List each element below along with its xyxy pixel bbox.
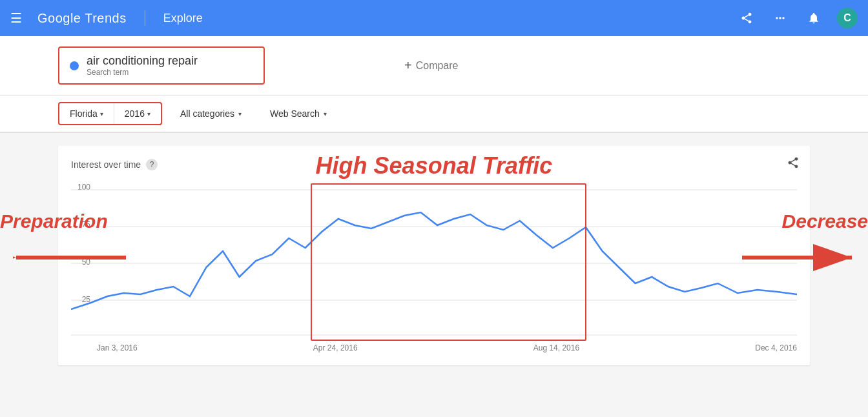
region-label: Florida (70, 108, 98, 119)
header-section: Explore (163, 12, 203, 25)
annotation-decrease: Decrease (782, 210, 868, 232)
header: ☰ Google Trends Explore C (0, 0, 868, 36)
menu-icon[interactable]: ☰ (10, 10, 22, 26)
category-arrow-icon: ▾ (238, 110, 242, 117)
category-label: All categories (180, 108, 234, 119)
search-area: air conditioning repair Search term + Co… (0, 36, 868, 96)
search-term-text: air conditioning repair Search term (87, 54, 198, 77)
annotation-preparation: Preparation (0, 210, 108, 232)
header-icons: C (736, 8, 858, 28)
annotation-high-seasonal: High Seasonal Traffic (316, 152, 553, 179)
year-filter[interactable]: 2016 ▾ (114, 103, 161, 124)
header-divider (145, 10, 145, 26)
filters-area: Florida ▾ 2016 ▾ All categories ▾ Web Se… (0, 96, 868, 133)
region-year-filter-box: Florida ▾ 2016 ▾ (58, 102, 162, 125)
compare-label: Compare (416, 60, 459, 72)
search-term-dot (70, 61, 79, 70)
search-term-box[interactable]: air conditioning repair Search term (58, 46, 265, 85)
year-arrow-icon: ▾ (147, 110, 150, 117)
chart-help-icon[interactable]: ? (146, 159, 158, 170)
year-label: 2016 (125, 108, 145, 119)
share-icon[interactable] (736, 8, 757, 28)
search-term-type: Search term (87, 68, 198, 77)
user-avatar[interactable]: C (837, 8, 858, 28)
x-label-jan: Jan 3, 2016 (97, 343, 138, 352)
search-type-label: Web Search (270, 108, 320, 119)
x-label-apr: Apr 24, 2016 (313, 343, 358, 352)
x-axis-labels: Jan 3, 2016 Apr 24, 2016 Aug 14, 2016 De… (71, 341, 797, 352)
x-label-aug: Aug 14, 2016 (533, 343, 579, 352)
apps-icon[interactable] (770, 8, 790, 28)
search-type-arrow-icon: ▾ (324, 110, 327, 117)
search-type-filter[interactable]: Web Search ▾ (260, 103, 337, 124)
chart-share-icon[interactable] (787, 156, 800, 172)
main-content: High Seasonal Traffic Preparation Decrea… (0, 133, 868, 391)
region-arrow-icon: ▾ (100, 110, 103, 117)
search-term-title: air conditioning repair (87, 54, 198, 68)
compare-button[interactable]: + Compare (394, 53, 469, 78)
x-label-dec: Dec 4, 2016 (755, 343, 797, 352)
chart-svg (71, 183, 797, 338)
chart-svg-wrapper (71, 183, 797, 341)
compare-plus-icon: + (404, 58, 412, 73)
category-filter[interactable]: All categories ▾ (170, 103, 252, 124)
app-logo: Google Trends (37, 11, 127, 26)
notifications-icon[interactable] (803, 8, 824, 28)
chart-wrapper: 100 75 50 25 (71, 183, 797, 341)
decrease-arrow (739, 241, 855, 276)
region-filter[interactable]: Florida ▾ (59, 103, 114, 124)
preparation-arrow (13, 241, 129, 276)
chart-title: Interest over time (71, 159, 141, 170)
